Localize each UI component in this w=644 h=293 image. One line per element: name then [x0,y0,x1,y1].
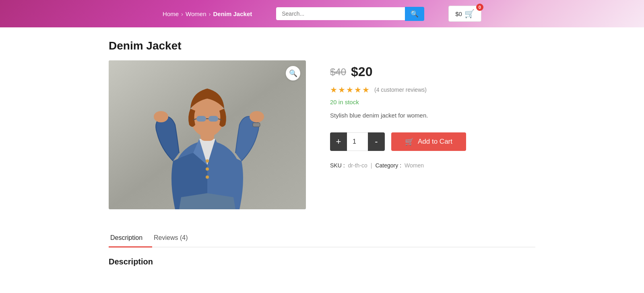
breadcrumb-sep2: › [209,10,211,17]
product-tabs: Description Reviews (4) [109,229,535,248]
product-details: $40 $20 ★★★★★ (4 customer reviews) 20 in… [330,60,535,169]
quantity-control: + - [330,132,385,151]
add-to-cart-label: Add to Cart [418,138,452,146]
breadcrumb-women[interactable]: Women [186,10,206,17]
quantity-input[interactable] [347,132,368,151]
zoom-icon[interactable]: 🔍 [286,66,300,80]
tab-reviews[interactable]: Reviews (4) [152,229,197,248]
svg-point-12 [206,159,209,163]
sku-label: SKU : [330,162,345,169]
rating-stars: ★★★★★ [330,85,370,95]
category-label: Category : [375,162,401,169]
cart-icon-btn: 🛒 [405,137,414,146]
site-header: Home › Women › Denim Jacket 🔍 $0 🛒 0 [0,0,644,27]
product-layout: 🔍 $40 $20 ★★★★★ (4 customer reviews) 20 … [109,60,535,209]
product-meta: SKU : dr-th-co | Category : Women [330,162,535,169]
tabs-nav: Description Reviews (4) [109,229,535,247]
product-description: Stylish blue denim jacket for women. [330,111,535,120]
product-image-wrap: 🔍 [109,60,306,209]
meta-separator: | [371,162,372,169]
price-current: $20 [351,64,372,79]
action-row: + - 🛒 Add to Cart [330,132,535,151]
breadcrumb-current: Denim Jacket [213,10,252,17]
quantity-decrease-button[interactable]: - [368,132,385,151]
svg-rect-7 [196,116,206,122]
product-title: Denim Jacket [109,39,535,52]
search-button[interactable]: 🔍 [405,7,424,21]
cart-badge: 0 [476,4,483,11]
search-input[interactable] [276,7,405,20]
quantity-increase-button[interactable]: + [330,132,347,151]
add-to-cart-button[interactable]: 🛒 Add to Cart [391,132,466,151]
rating-row: ★★★★★ (4 customer reviews) [330,85,535,95]
sku-value: dr-th-co [348,162,367,169]
breadcrumb-home[interactable]: Home [163,10,179,17]
reviews-count: (4 customer reviews) [374,87,427,93]
product-image [109,60,306,209]
price-original: $40 [330,66,346,78]
cart-amount: $0 [455,10,462,17]
svg-point-14 [206,175,209,179]
svg-point-3 [154,111,168,122]
svg-rect-15 [253,123,260,127]
cart-icon: 🛒 [464,9,475,19]
search-bar: 🔍 [276,7,424,21]
price-row: $40 $20 [330,64,535,79]
svg-point-4 [250,111,264,122]
breadcrumb: Home › Women › Denim Jacket [163,10,252,17]
cart-button[interactable]: $0 🛒 0 [448,6,481,22]
main-content: Denim Jacket [101,27,543,279]
category-value: Women [405,162,424,169]
stock-status: 20 in stock [330,99,535,105]
breadcrumb-sep1: › [181,10,183,17]
svg-point-13 [206,167,209,171]
svg-rect-8 [208,116,218,122]
tab-description[interactable]: Description [109,229,152,248]
tab-content-title: Description [109,257,535,266]
